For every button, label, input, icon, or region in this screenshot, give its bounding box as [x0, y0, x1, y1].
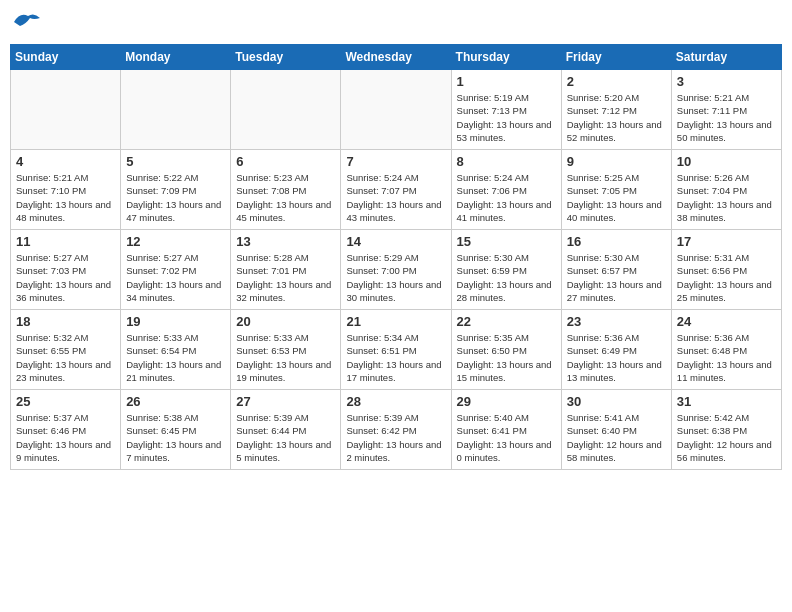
day-info: Sunrise: 5:40 AM Sunset: 6:41 PM Dayligh… [457, 411, 556, 464]
day-number: 13 [236, 234, 335, 249]
week-row-5: 25Sunrise: 5:37 AM Sunset: 6:46 PM Dayli… [11, 390, 782, 470]
day-info: Sunrise: 5:27 AM Sunset: 7:02 PM Dayligh… [126, 251, 225, 304]
weekday-header-thursday: Thursday [451, 45, 561, 70]
day-info: Sunrise: 5:27 AM Sunset: 7:03 PM Dayligh… [16, 251, 115, 304]
day-info: Sunrise: 5:29 AM Sunset: 7:00 PM Dayligh… [346, 251, 445, 304]
day-number: 26 [126, 394, 225, 409]
day-info: Sunrise: 5:33 AM Sunset: 6:53 PM Dayligh… [236, 331, 335, 384]
day-number: 29 [457, 394, 556, 409]
day-number: 24 [677, 314, 776, 329]
day-cell [231, 70, 341, 150]
day-info: Sunrise: 5:37 AM Sunset: 6:46 PM Dayligh… [16, 411, 115, 464]
day-info: Sunrise: 5:36 AM Sunset: 6:48 PM Dayligh… [677, 331, 776, 384]
day-number: 9 [567, 154, 666, 169]
day-cell: 21Sunrise: 5:34 AM Sunset: 6:51 PM Dayli… [341, 310, 451, 390]
day-info: Sunrise: 5:28 AM Sunset: 7:01 PM Dayligh… [236, 251, 335, 304]
day-info: Sunrise: 5:33 AM Sunset: 6:54 PM Dayligh… [126, 331, 225, 384]
day-info: Sunrise: 5:39 AM Sunset: 6:42 PM Dayligh… [346, 411, 445, 464]
day-cell: 15Sunrise: 5:30 AM Sunset: 6:59 PM Dayli… [451, 230, 561, 310]
day-info: Sunrise: 5:38 AM Sunset: 6:45 PM Dayligh… [126, 411, 225, 464]
day-info: Sunrise: 5:32 AM Sunset: 6:55 PM Dayligh… [16, 331, 115, 384]
day-cell: 14Sunrise: 5:29 AM Sunset: 7:00 PM Dayli… [341, 230, 451, 310]
day-number: 14 [346, 234, 445, 249]
day-cell: 7Sunrise: 5:24 AM Sunset: 7:07 PM Daylig… [341, 150, 451, 230]
day-number: 27 [236, 394, 335, 409]
day-number: 23 [567, 314, 666, 329]
day-number: 16 [567, 234, 666, 249]
day-cell: 8Sunrise: 5:24 AM Sunset: 7:06 PM Daylig… [451, 150, 561, 230]
day-info: Sunrise: 5:35 AM Sunset: 6:50 PM Dayligh… [457, 331, 556, 384]
day-info: Sunrise: 5:24 AM Sunset: 7:06 PM Dayligh… [457, 171, 556, 224]
day-cell: 6Sunrise: 5:23 AM Sunset: 7:08 PM Daylig… [231, 150, 341, 230]
day-cell: 12Sunrise: 5:27 AM Sunset: 7:02 PM Dayli… [121, 230, 231, 310]
day-number: 10 [677, 154, 776, 169]
day-info: Sunrise: 5:41 AM Sunset: 6:40 PM Dayligh… [567, 411, 666, 464]
day-cell [341, 70, 451, 150]
day-cell: 23Sunrise: 5:36 AM Sunset: 6:49 PM Dayli… [561, 310, 671, 390]
calendar-table: SundayMondayTuesdayWednesdayThursdayFrid… [10, 44, 782, 470]
day-cell: 25Sunrise: 5:37 AM Sunset: 6:46 PM Dayli… [11, 390, 121, 470]
day-cell [121, 70, 231, 150]
weekday-header-friday: Friday [561, 45, 671, 70]
day-cell: 24Sunrise: 5:36 AM Sunset: 6:48 PM Dayli… [671, 310, 781, 390]
day-number: 6 [236, 154, 335, 169]
day-info: Sunrise: 5:34 AM Sunset: 6:51 PM Dayligh… [346, 331, 445, 384]
day-info: Sunrise: 5:25 AM Sunset: 7:05 PM Dayligh… [567, 171, 666, 224]
day-number: 25 [16, 394, 115, 409]
day-number: 22 [457, 314, 556, 329]
day-number: 4 [16, 154, 115, 169]
day-number: 7 [346, 154, 445, 169]
day-number: 12 [126, 234, 225, 249]
day-info: Sunrise: 5:24 AM Sunset: 7:07 PM Dayligh… [346, 171, 445, 224]
day-cell: 16Sunrise: 5:30 AM Sunset: 6:57 PM Dayli… [561, 230, 671, 310]
day-number: 2 [567, 74, 666, 89]
day-number: 3 [677, 74, 776, 89]
day-number: 15 [457, 234, 556, 249]
week-row-2: 4Sunrise: 5:21 AM Sunset: 7:10 PM Daylig… [11, 150, 782, 230]
day-cell: 29Sunrise: 5:40 AM Sunset: 6:41 PM Dayli… [451, 390, 561, 470]
day-info: Sunrise: 5:21 AM Sunset: 7:11 PM Dayligh… [677, 91, 776, 144]
logo [10, 10, 42, 34]
day-number: 28 [346, 394, 445, 409]
weekday-header-wednesday: Wednesday [341, 45, 451, 70]
day-cell: 13Sunrise: 5:28 AM Sunset: 7:01 PM Dayli… [231, 230, 341, 310]
weekday-header-tuesday: Tuesday [231, 45, 341, 70]
logo-bird-icon [12, 10, 42, 34]
page-header [10, 10, 782, 34]
day-number: 30 [567, 394, 666, 409]
week-row-1: 1Sunrise: 5:19 AM Sunset: 7:13 PM Daylig… [11, 70, 782, 150]
day-number: 17 [677, 234, 776, 249]
weekday-header-saturday: Saturday [671, 45, 781, 70]
weekday-header-sunday: Sunday [11, 45, 121, 70]
day-cell: 1Sunrise: 5:19 AM Sunset: 7:13 PM Daylig… [451, 70, 561, 150]
day-info: Sunrise: 5:31 AM Sunset: 6:56 PM Dayligh… [677, 251, 776, 304]
day-number: 5 [126, 154, 225, 169]
day-number: 21 [346, 314, 445, 329]
day-cell: 27Sunrise: 5:39 AM Sunset: 6:44 PM Dayli… [231, 390, 341, 470]
day-cell: 19Sunrise: 5:33 AM Sunset: 6:54 PM Dayli… [121, 310, 231, 390]
weekday-header-row: SundayMondayTuesdayWednesdayThursdayFrid… [11, 45, 782, 70]
day-number: 20 [236, 314, 335, 329]
week-row-3: 11Sunrise: 5:27 AM Sunset: 7:03 PM Dayli… [11, 230, 782, 310]
day-cell: 28Sunrise: 5:39 AM Sunset: 6:42 PM Dayli… [341, 390, 451, 470]
day-number: 18 [16, 314, 115, 329]
day-cell: 20Sunrise: 5:33 AM Sunset: 6:53 PM Dayli… [231, 310, 341, 390]
day-info: Sunrise: 5:22 AM Sunset: 7:09 PM Dayligh… [126, 171, 225, 224]
day-info: Sunrise: 5:39 AM Sunset: 6:44 PM Dayligh… [236, 411, 335, 464]
day-cell: 26Sunrise: 5:38 AM Sunset: 6:45 PM Dayli… [121, 390, 231, 470]
day-cell: 11Sunrise: 5:27 AM Sunset: 7:03 PM Dayli… [11, 230, 121, 310]
day-cell: 30Sunrise: 5:41 AM Sunset: 6:40 PM Dayli… [561, 390, 671, 470]
day-cell: 17Sunrise: 5:31 AM Sunset: 6:56 PM Dayli… [671, 230, 781, 310]
day-info: Sunrise: 5:23 AM Sunset: 7:08 PM Dayligh… [236, 171, 335, 224]
day-info: Sunrise: 5:26 AM Sunset: 7:04 PM Dayligh… [677, 171, 776, 224]
day-cell [11, 70, 121, 150]
day-cell: 9Sunrise: 5:25 AM Sunset: 7:05 PM Daylig… [561, 150, 671, 230]
day-cell: 3Sunrise: 5:21 AM Sunset: 7:11 PM Daylig… [671, 70, 781, 150]
day-cell: 2Sunrise: 5:20 AM Sunset: 7:12 PM Daylig… [561, 70, 671, 150]
day-number: 8 [457, 154, 556, 169]
day-info: Sunrise: 5:42 AM Sunset: 6:38 PM Dayligh… [677, 411, 776, 464]
day-info: Sunrise: 5:30 AM Sunset: 6:57 PM Dayligh… [567, 251, 666, 304]
weekday-header-monday: Monday [121, 45, 231, 70]
day-info: Sunrise: 5:21 AM Sunset: 7:10 PM Dayligh… [16, 171, 115, 224]
day-cell: 5Sunrise: 5:22 AM Sunset: 7:09 PM Daylig… [121, 150, 231, 230]
